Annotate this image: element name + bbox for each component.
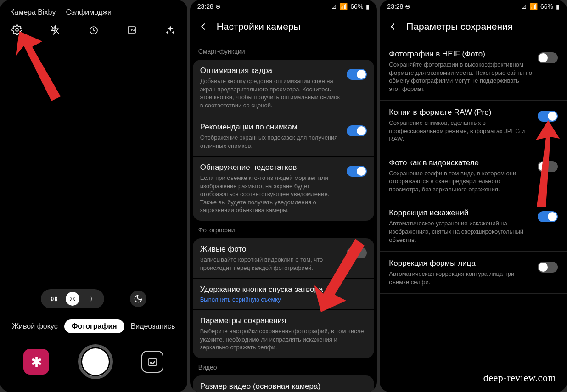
row-save-options[interactable]: Параметры сохраненияВыберите настройки с… bbox=[193, 310, 375, 358]
row-video-size[interactable]: Размер видео (основная камера)16:9 FHD (… bbox=[193, 375, 375, 392]
svg-text:3:4: 3:4 bbox=[130, 28, 135, 32]
row-motion-photo[interactable]: Живые фотоЗаписывайте короткий видеоклип… bbox=[193, 238, 375, 279]
battery-label: 66% bbox=[350, 3, 363, 10]
back-icon[interactable] bbox=[198, 22, 208, 32]
svg-point-0 bbox=[16, 28, 18, 31]
status-bar: 23:28 ⊖ ⊿ 📶 66% ▮ bbox=[380, 0, 567, 13]
status-time: 23:28 ⊖ bbox=[387, 3, 410, 10]
section-video: Видео bbox=[190, 358, 377, 375]
mode-photo[interactable]: Фотография bbox=[64, 319, 124, 333]
card-video: Размер видео (основная камера)16:9 FHD (… bbox=[193, 375, 375, 392]
back-icon[interactable] bbox=[388, 22, 398, 32]
flash-off-icon[interactable] bbox=[49, 24, 61, 36]
shutter-row: ✱ bbox=[0, 340, 187, 392]
selfiemoji-label[interactable]: Сэлфимоджи bbox=[66, 8, 111, 17]
status-bar: 23:28 ⊖ ⊿ 📶 66% ▮ bbox=[190, 0, 377, 13]
section-smart: Смарт-функции bbox=[190, 42, 377, 60]
status-right: ⊿ 📶 66% ▮ bbox=[522, 3, 560, 10]
row-distortion[interactable]: Коррекция искаженийАвтоматическое устран… bbox=[380, 201, 567, 252]
switch-camera-icon[interactable] bbox=[141, 351, 163, 373]
signal-icon: 📶 bbox=[340, 3, 348, 10]
toggle[interactable] bbox=[538, 211, 558, 222]
night-mode-icon[interactable] bbox=[130, 291, 146, 307]
header-title: Настройки камеры bbox=[217, 21, 301, 32]
camera-toolbar: OFF 3:4 bbox=[0, 21, 187, 40]
card-photos: Живые фотоЗаписывайте короткий видеоклип… bbox=[193, 238, 375, 358]
mode-live-focus[interactable]: Живой фокус bbox=[12, 322, 57, 330]
row-viewfinder[interactable]: Фото как в видоискателеСохранение селфи … bbox=[380, 151, 567, 202]
header-title: Параметры сохранения bbox=[406, 21, 513, 32]
save-params-panel: 23:28 ⊖ ⊿ 📶 66% ▮ Параметры сохранения Ф… bbox=[380, 0, 567, 392]
zoom-wide-icon[interactable] bbox=[66, 292, 79, 306]
camera-app-panel: Камера Bixby Сэлфимоджи OFF 3:4 bbox=[0, 0, 187, 392]
row-hold-shutter[interactable]: Удержание кнопки спуска затвораВыполнить… bbox=[193, 279, 375, 310]
zoom-tele-icon[interactable] bbox=[84, 292, 98, 306]
svg-rect-6 bbox=[148, 359, 157, 365]
toggle[interactable] bbox=[347, 69, 367, 80]
svg-text:OFF: OFF bbox=[91, 32, 96, 35]
watermark: deep-review.com bbox=[483, 372, 556, 384]
signal-icon: 📶 bbox=[530, 3, 538, 10]
mode-video[interactable]: Видеозапись bbox=[131, 322, 175, 330]
app-header: Настройки камеры bbox=[190, 13, 377, 42]
wifi-icon: ⊿ bbox=[522, 3, 527, 10]
section-photos: Фотографии bbox=[190, 221, 377, 238]
card-smart: Оптимизация кадраДобавьте кнопку средств… bbox=[193, 60, 375, 221]
gear-icon[interactable] bbox=[11, 24, 23, 36]
aspect-ratio-icon[interactable]: 3:4 bbox=[126, 24, 138, 36]
zoom-ultra-wide-icon[interactable] bbox=[47, 292, 61, 306]
toggle[interactable] bbox=[347, 247, 367, 258]
zoom-controls bbox=[0, 286, 187, 315]
row-shot-suggestions[interactable]: Рекомендации по снимкамОтображение экран… bbox=[193, 116, 375, 157]
wifi-icon: ⊿ bbox=[331, 3, 337, 10]
effects-icon[interactable] bbox=[164, 24, 176, 36]
battery-icon: ▮ bbox=[366, 3, 370, 10]
save-params-list: Фотографии в HEIF (Фото)Сохраняйте фотог… bbox=[380, 42, 567, 294]
row-raw[interactable]: Копии в формате RAW (Pro)Сохранение сним… bbox=[380, 101, 567, 151]
row-flaw-detection[interactable]: Обнаружение недостатковЕсли при съемке к… bbox=[193, 157, 375, 221]
camera-settings-panel: 23:28 ⊖ ⊿ 📶 66% ▮ Настройки камеры Смарт… bbox=[190, 0, 377, 392]
battery-label: 66% bbox=[540, 3, 553, 10]
toggle[interactable] bbox=[538, 52, 558, 63]
toggle[interactable] bbox=[347, 125, 367, 136]
row-heif[interactable]: Фотографии в HEIF (Фото)Сохраняйте фотог… bbox=[380, 42, 567, 101]
app-header: Параметры сохранения bbox=[380, 13, 567, 42]
mode-selector[interactable]: Живой фокус Фотография Видеозапись bbox=[0, 315, 187, 340]
top-labels: Камера Bixby Сэлфимоджи bbox=[0, 0, 187, 21]
row-scene-optimizer[interactable]: Оптимизация кадраДобавьте кнопку средств… bbox=[193, 60, 375, 116]
status-right: ⊿ 📶 66% ▮ bbox=[331, 3, 370, 10]
timer-off-icon[interactable]: OFF bbox=[88, 24, 100, 36]
bixby-label[interactable]: Камера Bixby bbox=[10, 8, 56, 17]
toggle[interactable] bbox=[538, 161, 558, 172]
battery-icon: ▮ bbox=[556, 3, 560, 10]
toggle[interactable] bbox=[538, 111, 558, 122]
gallery-button[interactable]: ✱ bbox=[23, 349, 49, 375]
toggle[interactable] bbox=[538, 262, 558, 273]
row-face-shape[interactable]: Коррекция формы лицаАвтоматическая корре… bbox=[380, 252, 567, 294]
toggle[interactable] bbox=[347, 166, 367, 177]
status-time: 23:28 ⊖ bbox=[197, 3, 221, 10]
shutter-button[interactable] bbox=[78, 344, 113, 379]
